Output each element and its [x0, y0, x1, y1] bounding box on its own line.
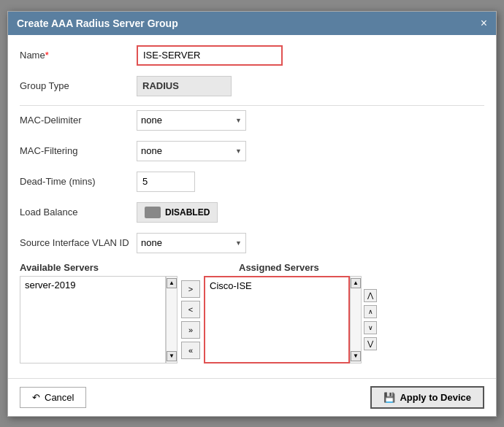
load-balance-value: DISABLED: [165, 207, 210, 218]
apply-label: Apply to Device: [400, 392, 471, 403]
available-scrollbar: ▲ ▼: [166, 276, 177, 363]
mac-filtering-select[interactable]: none: [137, 141, 246, 161]
transfer-all-left-button[interactable]: «: [181, 342, 200, 359]
dialog-body: Name Group Type RADIUS MAC-Delimiter non…: [8, 35, 496, 372]
assigned-servers-label: Assigned Servers: [239, 262, 319, 273]
mac-delimiter-wrapper: none: [137, 110, 246, 131]
move-down-button[interactable]: ∨: [364, 321, 377, 334]
move-up-button[interactable]: ∧: [364, 305, 377, 318]
assigned-scrollbar: ▲ ▼: [350, 276, 362, 363]
mac-filtering-label: MAC-Filtering: [20, 145, 137, 156]
group-type-row: Group Type RADIUS: [20, 74, 484, 98]
dead-time-row: Dead-Time (mins): [20, 170, 484, 193]
mac-delimiter-label: MAC-Delimiter: [20, 115, 137, 126]
mac-delimiter-select[interactable]: none: [137, 110, 246, 131]
dead-time-input[interactable]: [137, 172, 195, 192]
apply-to-device-button[interactable]: 💾 Apply to Device: [370, 386, 484, 409]
assigned-servers-container: Cisco-ISE ▲ ▼: [204, 276, 362, 363]
servers-section: server-2019 ▲ ▼ > < » « Cisco-ISE: [20, 276, 484, 363]
group-type-label: Group Type: [20, 80, 137, 91]
assigned-scroll-down[interactable]: ▼: [351, 351, 361, 361]
group-type-display: RADIUS: [137, 76, 232, 96]
available-servers-label: Available Servers: [20, 262, 180, 273]
toggle-indicator: [145, 207, 161, 218]
cancel-icon: ↶: [32, 392, 40, 403]
assigned-server-item[interactable]: Cisco-ISE: [205, 277, 348, 294]
create-aaa-radius-dialog: Create AAA Radius Server Group × Name Gr…: [7, 11, 497, 417]
load-balance-toggle[interactable]: DISABLED: [137, 202, 218, 223]
source-interface-wrapper: none: [137, 233, 246, 253]
transfer-right-button[interactable]: >: [181, 280, 200, 298]
dialog-footer: ↶ Cancel 💾 Apply to Device: [8, 378, 496, 416]
source-interface-select[interactable]: none: [137, 233, 246, 253]
dialog-header: Create AAA Radius Server Group ×: [8, 12, 496, 35]
order-buttons: ⋀ ∧ ∨ ⋁: [363, 276, 378, 363]
name-row: Name: [20, 44, 484, 67]
apply-icon: 💾: [383, 392, 395, 403]
cancel-label: Cancel: [45, 392, 74, 403]
available-scroll-up[interactable]: ▲: [167, 278, 177, 288]
move-bottom-button[interactable]: ⋁: [364, 337, 377, 350]
load-balance-label: Load Balance: [20, 207, 137, 218]
load-balance-row: Load Balance DISABLED: [20, 201, 484, 224]
transfer-buttons: > < » «: [177, 276, 204, 363]
available-server-item[interactable]: server-2019: [20, 277, 165, 293]
close-button[interactable]: ×: [481, 18, 487, 29]
available-servers-container: server-2019 ▲ ▼: [20, 276, 177, 363]
source-interface-row: Source Interface VLAN ID none: [20, 231, 484, 255]
available-servers-list[interactable]: server-2019: [20, 276, 166, 363]
servers-label-row: Available Servers Assigned Servers: [20, 262, 484, 273]
source-interface-label: Source Interface VLAN ID: [20, 237, 137, 248]
assigned-servers-list[interactable]: Cisco-ISE: [204, 276, 350, 363]
mac-filtering-row: MAC-Filtering none: [20, 139, 484, 163]
name-input[interactable]: [137, 45, 283, 66]
transfer-all-right-button[interactable]: »: [181, 321, 200, 339]
transfer-left-button[interactable]: <: [181, 301, 200, 318]
dead-time-label: Dead-Time (mins): [20, 176, 137, 187]
cancel-button[interactable]: ↶ Cancel: [20, 387, 86, 408]
available-scroll-down[interactable]: ▼: [167, 351, 177, 361]
mac-delimiter-row: MAC-Delimiter none: [20, 109, 484, 132]
name-label: Name: [20, 50, 137, 61]
assigned-scroll-up[interactable]: ▲: [351, 278, 361, 288]
mac-filtering-wrapper: none: [137, 141, 246, 161]
dialog-title: Create AAA Radius Server Group: [17, 18, 178, 29]
move-top-button[interactable]: ⋀: [364, 289, 377, 302]
